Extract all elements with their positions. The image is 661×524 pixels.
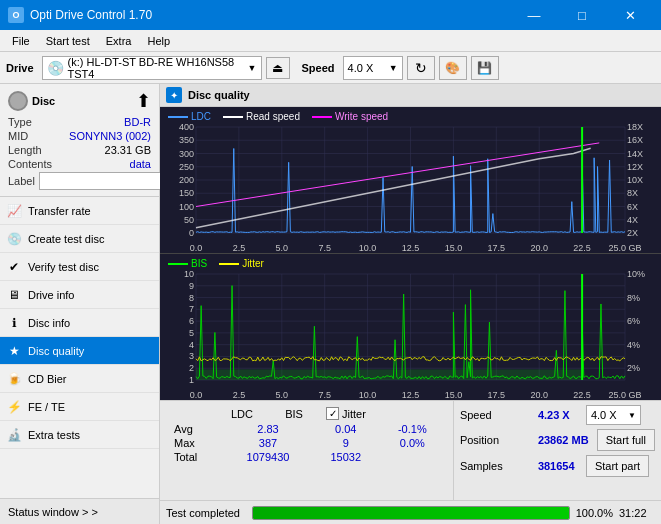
progress-time: 31:22 [619,507,655,519]
fe-te-icon: ⚡ [6,399,22,415]
stats-table: Avg 2.83 0.04 -0.1% Max 387 9 0.0% T [168,422,445,464]
refresh-button[interactable]: ↻ [407,56,435,80]
eject-button[interactable]: ⏏ [266,57,290,79]
drive-info-icon: 🖥 [6,287,22,303]
title-bar: O Opti Drive Control 1.70 — □ ✕ [0,0,661,30]
speed-value: 4.0 X [348,62,374,74]
max-ldc: 387 [224,436,312,450]
disc-info-panel: Disc ⬆ Type BD-R MID SONYNN3 (002) Lengt… [0,84,159,197]
disc-quality-icon: ★ [6,343,22,359]
content-area: ✦ Disc quality LDC Read speed [160,84,661,524]
avg-jitter: -0.1% [380,422,445,436]
speed-row: Speed 4.23 X 4.0 X ▼ [460,405,655,425]
speed-right-label: Speed [460,409,530,421]
sidebar-item-disc-info[interactable]: ℹ Disc info [0,309,159,337]
stats-table-area: LDC BIS ✓ Jitter Avg 2.83 0.04 [160,401,453,500]
menu-help[interactable]: Help [139,33,178,49]
sidebar: Disc ⬆ Type BD-R MID SONYNN3 (002) Lengt… [0,84,160,524]
cd-bier-icon: 🍺 [6,371,22,387]
jitter-legend-label: Jitter [242,258,264,269]
stats-avg-row: Avg 2.83 0.04 -0.1% [168,422,445,436]
sidebar-item-fe-te[interactable]: ⚡ FE / TE [0,393,159,421]
stats-total-row: Total 1079430 15032 [168,450,445,464]
max-bis: 9 [312,436,380,450]
mid-value: SONYNN3 (002) [69,130,151,142]
progress-percent: 100.0% [576,507,613,519]
contents-label: Contents [8,158,52,170]
jitter-checkbox[interactable]: ✓ [326,407,339,420]
status-window-item[interactable]: Status window > > [0,498,159,524]
verify-disc-icon: ✔ [6,259,22,275]
sidebar-item-disc-quality[interactable]: ★ Disc quality [0,337,159,365]
chart1-legend: LDC Read speed Write speed [168,111,388,122]
chart2-legend: BIS Jitter [168,258,264,269]
menu-start-test[interactable]: Start test [38,33,98,49]
sidebar-item-create-test-disc[interactable]: 💿 Create test disc [0,225,159,253]
ldc-legend-label: LDC [191,111,211,122]
length-label: Length [8,144,42,156]
extra-tests-icon: 🔬 [6,427,22,443]
speed-select-value: 4.0 X [591,409,617,421]
samples-row: Samples 381654 Start part [460,455,655,477]
minimize-button[interactable]: — [511,0,557,30]
bis-legend-label: BIS [191,258,207,269]
maximize-button[interactable]: □ [559,0,605,30]
save-button[interactable]: 💾 [471,56,499,80]
samples-value: 381654 [538,460,578,472]
drive-label: Drive [6,62,34,74]
mid-label: MID [8,130,28,142]
total-label: Total [168,450,224,464]
progress-bar-inner [253,507,569,519]
app-icon: O [8,7,24,23]
stats-bar: LDC BIS ✓ Jitter Avg 2.83 0.04 [160,400,661,500]
stats-right: Speed 4.23 X 4.0 X ▼ Position 23862 MB S… [453,401,661,500]
read-speed-legend: Read speed [246,111,300,122]
ldc-header: LDC [212,408,272,420]
menu-file[interactable]: File [4,33,38,49]
options-button[interactable]: 🎨 [439,56,467,80]
sidebar-item-verify-test-disc[interactable]: ✔ Verify test disc [0,253,159,281]
total-jitter [380,450,445,464]
sidebar-item-transfer-rate[interactable]: 📈 Transfer rate [0,197,159,225]
bis-canvas [160,254,661,400]
speed-dropdown-icon: ▼ [389,63,398,73]
speed-selector[interactable]: 4.0 X ▼ [343,56,403,80]
create-disc-icon: 💿 [6,231,22,247]
disc-label-input[interactable] [39,172,172,190]
speed-right-selector[interactable]: 4.0 X ▼ [586,405,641,425]
speed-right-value: 4.23 X [538,409,578,421]
drive-value: (k:) HL-DT-ST BD-RE WH16NS58 TST4 [68,56,244,80]
drive-dropdown-icon: ▼ [248,63,257,73]
menu-bar: File Start test Extra Help [0,30,661,52]
bis-header: BIS [272,408,316,420]
sidebar-item-extra-tests[interactable]: 🔬 Extra tests [0,421,159,449]
status-window-label: Status window > > [8,506,98,518]
max-jitter: 0.0% [380,436,445,450]
close-button[interactable]: ✕ [607,0,653,30]
sidebar-item-cd-bier[interactable]: 🍺 CD Bier [0,365,159,393]
progress-bar-outer [252,506,570,520]
contents-value: data [130,158,151,170]
sidebar-item-drive-info[interactable]: 🖥 Drive info [0,281,159,309]
start-full-button[interactable]: Start full [597,429,655,451]
total-ldc: 1079430 [224,450,312,464]
position-value: 23862 MB [538,434,589,446]
main-layout: Disc ⬆ Type BD-R MID SONYNN3 (002) Lengt… [0,84,661,524]
drive-selector[interactable]: 💿 (k:) HL-DT-ST BD-RE WH16NS58 TST4 ▼ [42,56,262,80]
bis-chart: BIS Jitter [160,254,661,400]
write-speed-legend: Write speed [335,111,388,122]
disc-quality-title: Disc quality [188,89,250,101]
progress-area: Test completed 100.0% 31:22 [160,500,661,524]
stats-max-row: Max 387 9 0.0% [168,436,445,450]
start-part-button[interactable]: Start part [586,455,649,477]
position-label: Position [460,434,530,446]
disc-quality-header-icon: ✦ [166,87,182,103]
jitter-checkbox-group: ✓ Jitter [326,407,366,420]
speed-select-arrow: ▼ [628,411,636,420]
status-text: Test completed [166,507,246,519]
disc-quality-header: ✦ Disc quality [160,84,661,107]
jitter-checkbox-label: Jitter [342,408,366,420]
disc-expand-icon[interactable]: ⬆ [136,90,151,112]
disc-icon [8,91,28,111]
menu-extra[interactable]: Extra [98,33,140,49]
